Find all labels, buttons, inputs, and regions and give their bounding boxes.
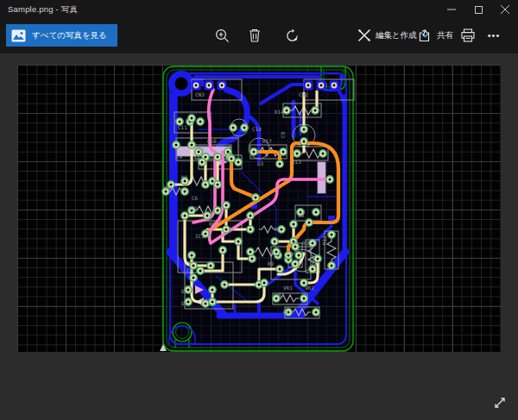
- pcb-label-r3: R3: [302, 240, 309, 246]
- minimize-button[interactable]: [439, 0, 464, 19]
- window-title: Sample.png - 写真: [8, 4, 78, 16]
- see-all-photos-button[interactable]: すべての写真を見る: [6, 24, 117, 47]
- pcb-label-c7: C7: [287, 250, 294, 256]
- pcb-label-r11: R11: [188, 205, 198, 211]
- photo-gallery-icon: [11, 29, 26, 42]
- pcb-label-r5: R5: [164, 185, 171, 191]
- pcb-label-d3: D3: [257, 160, 264, 166]
- pcb-label-r8: R8: [275, 226, 281, 232]
- close-button[interactable]: [492, 0, 518, 19]
- pcb-label-cn3: CN3: [195, 91, 205, 97]
- share-icon: [418, 28, 433, 42]
- maximize-icon: [475, 6, 483, 14]
- pcb-label-r2: R2: [283, 309, 290, 315]
- close-icon: [501, 5, 509, 14]
- pcb-label-c9: C9: [280, 131, 286, 138]
- pcb-label-c6: C6: [192, 195, 199, 201]
- photo-sample-png[interactable]: CN3CN2C11C10D3R16R17R14C9U1R13C4R7R5C6R1…: [17, 65, 501, 352]
- share-label: 共有: [437, 30, 453, 41]
- edit-create-icon: [357, 28, 371, 42]
- pcb-label-r1: R1: [278, 291, 285, 298]
- pcb-label-r6: R6: [209, 221, 216, 227]
- share-button[interactable]: 共有: [418, 23, 453, 47]
- pcb-label-ic1: IC1: [195, 233, 205, 239]
- print-icon: [461, 28, 475, 42]
- see-all-photos-label: すべての写真を見る: [32, 30, 107, 41]
- pcb-label-cn2: CN2: [299, 91, 308, 97]
- pcb-label-vr1: VR1: [283, 285, 293, 291]
- delete-button[interactable]: [243, 23, 267, 47]
- toolbar: すべての写真を見る 編集と作成: [0, 19, 518, 53]
- pcb-label-r17: R17: [262, 138, 272, 144]
- trash-icon: [249, 28, 261, 42]
- viewer-canvas: CN3CN2C11C10D3R16R17R14C9U1R13C4R7R5C6R1…: [0, 53, 518, 420]
- pcb-label-r16: R16: [207, 138, 217, 144]
- rotate-button[interactable]: [280, 23, 304, 47]
- more-button[interactable]: •••: [482, 23, 506, 47]
- print-button[interactable]: [456, 23, 480, 47]
- maximize-button[interactable]: [465, 0, 491, 19]
- pcb-layout-image: CN3CN2C11C10D3R16R17R14C9U1R13C4R7R5C6R1…: [17, 65, 501, 352]
- pcb-label-c10: C10: [252, 126, 262, 132]
- rotate-icon: [285, 28, 300, 43]
- pcb-label-u1: U1: [199, 145, 205, 151]
- magnifier-icon: [215, 28, 230, 43]
- pcb-label-r14: R14: [275, 109, 284, 115]
- pcb-label-d1: D1: [181, 300, 188, 306]
- pcb-label-c8: C8: [298, 212, 305, 218]
- pcb-label-r7: R7: [181, 174, 188, 180]
- pcb-label-c4: C4: [176, 154, 183, 160]
- fullscreen-icon: [493, 396, 507, 410]
- fullscreen-button[interactable]: [489, 392, 511, 414]
- pcb-label-d2: D2: [181, 288, 188, 294]
- pcb-label-c3: C3: [186, 267, 193, 273]
- pcb-label-r12: R12: [321, 235, 327, 245]
- pcb-label-r13: R13: [292, 159, 301, 165]
- edit-create-label: 編集と作成: [376, 30, 417, 41]
- title-bar: Sample.png - 写真: [0, 0, 518, 19]
- pcb-label-vr2: VR2: [305, 285, 314, 291]
- minimize-icon: [447, 5, 456, 14]
- zoom-button[interactable]: [210, 23, 234, 47]
- pcb-label-c11: C11: [178, 124, 187, 130]
- more-icon: •••: [488, 30, 501, 41]
- pcb-label-r9: R9: [268, 260, 275, 266]
